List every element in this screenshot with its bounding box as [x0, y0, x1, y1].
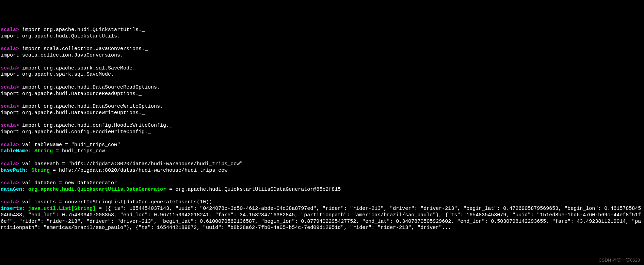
prompt: scala> — [1, 180, 19, 186]
repl-command: val dataGen = new DataGenerator — [22, 180, 117, 186]
result-type: String — [34, 148, 53, 154]
prompt: scala> — [1, 65, 19, 71]
repl-echo: import org.apache.spark.sql.SaveMode._ — [1, 72, 117, 77]
prompt: scala> — [1, 142, 19, 148]
repl-echo: import org.apache.hudi.DataSourceReadOpt… — [1, 91, 142, 97]
result-varname: dataGen — [1, 187, 22, 192]
repl-command: import scala.collection.JavaConversions.… — [22, 46, 148, 52]
repl-echo: import org.apache.hudi.config.HoodieWrit… — [1, 129, 151, 135]
repl-echo: import scala.collection.JavaConversions.… — [1, 52, 126, 58]
prompt: scala> — [1, 199, 19, 205]
repl-command: import org.apache.hudi.QuickstartUtils._ — [22, 27, 145, 33]
result-varname: tableName — [1, 148, 28, 154]
result-varname: inserts — [1, 206, 22, 212]
repl-echo: import org.apache.hudi.DataSourceWriteOp… — [1, 110, 145, 116]
repl-command: val inserts = convertToStringList(dataGe… — [22, 199, 212, 205]
prompt: scala> — [1, 27, 19, 33]
result-varname: basePath — [1, 168, 25, 173]
terminal-output[interactable]: scala> import org.apache.hudi.Quickstart… — [0, 27, 644, 231]
repl-command: import org.apache.hudi.DataSourceWriteOp… — [22, 104, 166, 109]
watermark-text: CSDN @笑一笑0628 — [598, 258, 640, 263]
result-type: String — [31, 168, 50, 173]
result-type: org.apache.hudi.QuickstartUtils.DataGene… — [28, 187, 166, 192]
prompt: scala> — [1, 161, 19, 167]
result-value: hdfs://bigdata:8020/datas/hudi-warehouse… — [59, 168, 227, 173]
result-type: java.util.List[String] — [28, 206, 96, 212]
repl-command: import org.apache.spark.sql.SaveMode._ — [22, 65, 139, 71]
result-value: org.apache.hudi.QuickstartUtils$DataGene… — [175, 187, 341, 192]
prompt: scala> — [1, 104, 19, 109]
repl-command: val tableName = "hudi_trips_cow" — [22, 142, 120, 148]
prompt: scala> — [1, 84, 19, 90]
prompt: scala> — [1, 123, 19, 128]
repl-echo: import org.apache.hudi.QuickstartUtils._ — [1, 33, 123, 39]
repl-command: val basePath = "hdfs://bigdata:8020/data… — [22, 161, 243, 167]
repl-command: import org.apache.hudi.DataSourceReadOpt… — [22, 84, 163, 90]
result-value: hudi_trips_cow — [62, 148, 105, 154]
prompt: scala> — [1, 46, 19, 52]
repl-command: import org.apache.hudi.config.HoodieWrit… — [22, 123, 172, 128]
